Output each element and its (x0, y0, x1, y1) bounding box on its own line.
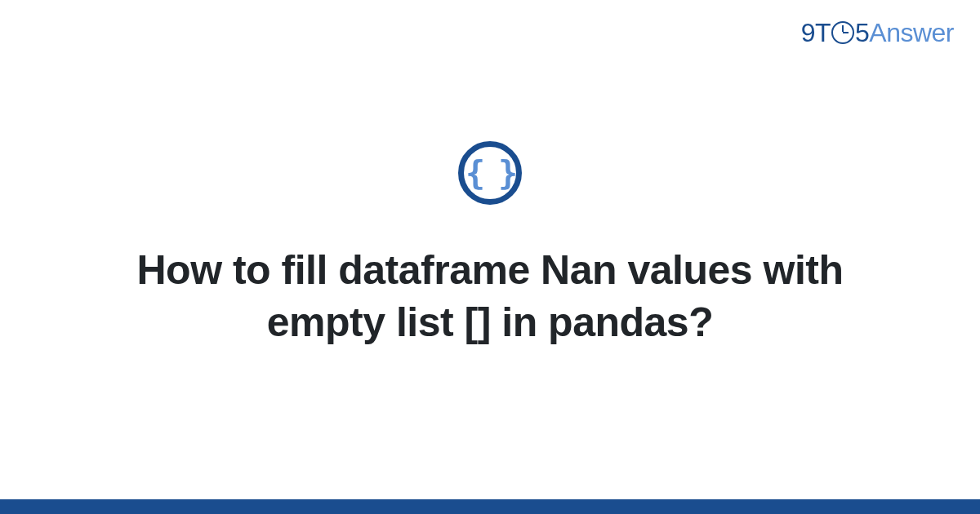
footer-bar (0, 499, 980, 514)
question-title: How to fill dataframe Nan values with em… (90, 244, 890, 348)
main-content: { } How to fill dataframe Nan values wit… (0, 0, 980, 514)
category-icon-circle: { } (458, 141, 522, 205)
code-braces-icon: { } (466, 157, 514, 189)
